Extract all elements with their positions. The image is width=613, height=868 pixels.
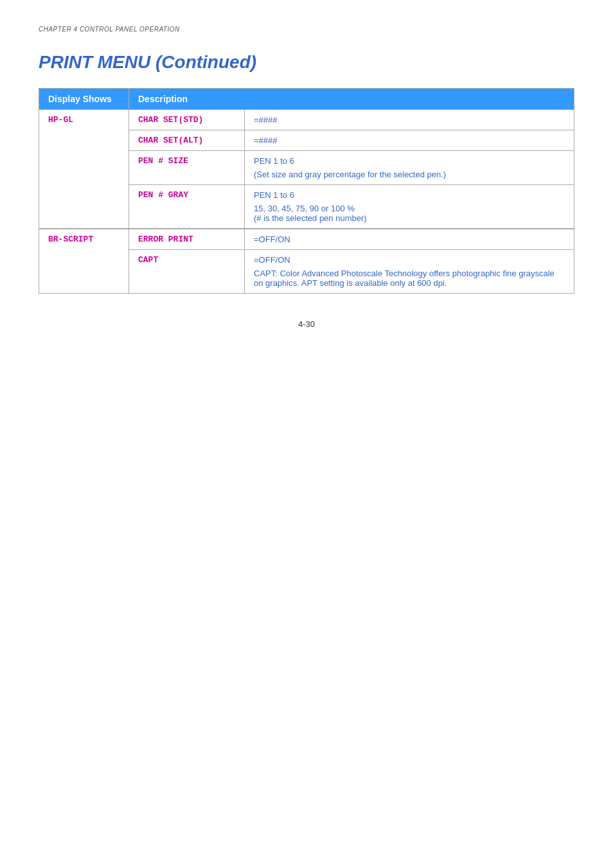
table-row: HP-GL CHAR SET(STD) =####: [39, 110, 574, 130]
col-header-description: Description: [129, 89, 574, 110]
value-capt: =OFF/ON CAPT: Color Advanced Photoscale …: [245, 250, 574, 294]
page-number: 4-30: [39, 319, 574, 329]
label-char-set-std: CHAR SET(STD): [129, 110, 245, 130]
label-error-print: ERROR PRINT: [129, 229, 245, 250]
main-table: Display Shows Description HP-GL CHAR SET…: [39, 88, 574, 294]
value-pen-gray: PEN 1 to 6 15, 30, 45, 75, 90 or 100 %(#…: [245, 185, 574, 229]
label-pen-gray: PEN # GRAY: [129, 185, 245, 229]
table-row: BR-SCRIPT ERROR PRINT =OFF/ON: [39, 229, 574, 250]
chapter-header: CHAPTER 4 CONTROL PANEL OPERATION: [39, 26, 574, 33]
col-header-display: Display Shows: [39, 89, 129, 110]
display-hp-gl: HP-GL: [39, 110, 129, 229]
display-br-script: BR-SCRIPT: [39, 229, 129, 294]
value-error-print: =OFF/ON: [245, 229, 574, 250]
label-pen-size: PEN # SIZE: [129, 151, 245, 185]
label-char-set-alt: CHAR SET(ALT): [129, 130, 245, 151]
value-pen-size: PEN 1 to 6 (Set size and gray percentage…: [245, 151, 574, 185]
page-title: PRINT MENU (Continued): [39, 52, 574, 73]
value-char-set-std: =####: [245, 110, 574, 130]
label-capt: CAPT: [129, 250, 245, 294]
value-char-set-alt: =####: [245, 130, 574, 151]
